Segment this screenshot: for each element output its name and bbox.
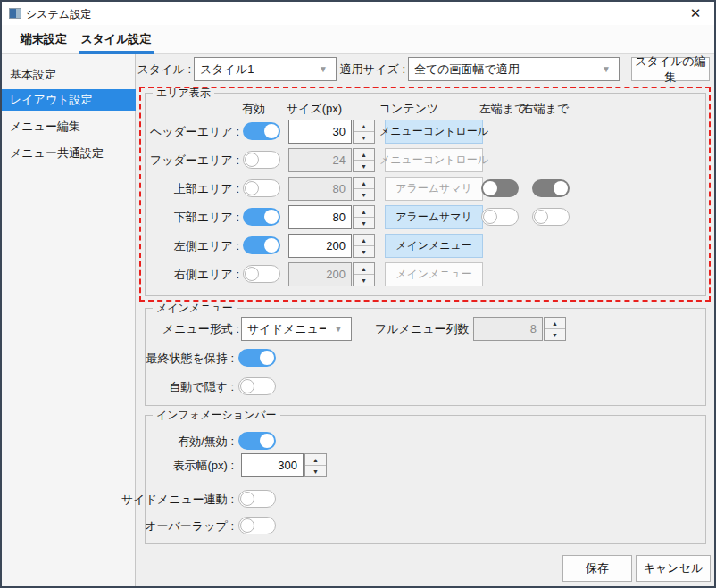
- sidebar-item-basic-settings[interactable]: 基本設定: [2, 64, 136, 86]
- apply-size-combobox-value: 全ての画面幅で適用: [409, 62, 594, 78]
- cancel-button[interactable]: キャンセル: [636, 555, 711, 582]
- toggle-knob: [245, 181, 259, 195]
- toggle-knob: [240, 518, 254, 533]
- style-combobox-value: スタイル1: [195, 62, 311, 78]
- left-area-content-button[interactable]: メインメニュー: [385, 234, 483, 258]
- display-width-input[interactable]: 300: [241, 453, 304, 477]
- sidebar-item-menu-common-settings[interactable]: メニュー共通設定: [2, 143, 136, 164]
- upper-area-size-field: 80 ▲ ▼: [288, 177, 375, 201]
- right-area-content-button[interactable]: メインメニュー: [385, 262, 483, 286]
- toggle-knob: [483, 210, 497, 224]
- footer-area-size-input[interactable]: 24: [288, 148, 352, 172]
- spin-down-button[interactable]: ▼: [354, 245, 374, 257]
- spin-down-button[interactable]: ▼: [545, 328, 565, 340]
- window-title: システム設定: [26, 7, 91, 22]
- upper-area-label: 上部エリア :: [145, 177, 239, 201]
- keep-state-toggle[interactable]: [238, 349, 276, 367]
- overlap-label: オーバーラップ :: [136, 514, 234, 538]
- upper-area-content-button[interactable]: アラームサマリ: [385, 177, 483, 201]
- tab-style-settings[interactable]: スタイル設定: [79, 25, 154, 53]
- auto-hide-toggle[interactable]: [238, 377, 276, 395]
- close-button[interactable]: ✕: [680, 2, 711, 25]
- display-width-label: 表示幅(px) :: [136, 453, 234, 477]
- area-display-group-title: エリア表示: [153, 86, 214, 101]
- left-area-toggle[interactable]: [243, 236, 280, 254]
- full-menu-columns-field: 8 ▲ ▼: [473, 317, 566, 341]
- edit-style-button[interactable]: スタイルの編集: [631, 57, 710, 81]
- header-area-toggle[interactable]: [243, 122, 280, 140]
- tab-terminal-settings[interactable]: 端末設定: [9, 25, 79, 53]
- right-area-size-input[interactable]: 200: [288, 262, 352, 286]
- footer-area-label: フッダーエリア :: [145, 148, 239, 172]
- spin-down-button[interactable]: ▼: [305, 465, 326, 476]
- lower-area-to-right-toggle[interactable]: [532, 208, 570, 226]
- overlap-toggle[interactable]: [238, 517, 276, 534]
- main-menu-group-title: メインメニュー: [153, 301, 237, 316]
- toggle-knob: [534, 210, 548, 224]
- chevron-down-icon: ▼: [326, 324, 351, 334]
- upper-area-size-input[interactable]: 80: [288, 177, 352, 201]
- toggle-knob: [245, 267, 259, 281]
- close-icon: ✕: [690, 5, 702, 21]
- area-row-upper: 上部エリア : 80 ▲ ▼ アラームサマリ: [145, 177, 712, 201]
- upper-area-to-left-toggle[interactable]: [481, 179, 519, 197]
- area-row-header: ヘッダーエリア : 30 ▲ ▼ メニューコントロール: [145, 120, 712, 144]
- spin-up-button[interactable]: ▲: [354, 178, 374, 188]
- spin-down-button[interactable]: ▼: [354, 217, 374, 228]
- right-area-toggle[interactable]: [243, 265, 280, 283]
- chevron-down-icon: ▼: [311, 64, 336, 74]
- right-area-size-field: 200 ▲ ▼: [288, 262, 375, 286]
- lower-area-content-button[interactable]: アラームサマリ: [385, 205, 483, 229]
- spin-down-button[interactable]: ▼: [354, 160, 374, 171]
- sidebar-item-menu-edit[interactable]: メニュー編集: [2, 116, 136, 137]
- sidebar-item-layout-settings[interactable]: レイアウト設定: [2, 89, 136, 111]
- tab-strip: 端末設定 スタイル設定: [2, 25, 714, 54]
- info-bar-enabled-label: 有効/無効 :: [136, 429, 234, 453]
- apply-size-combobox[interactable]: 全ての画面幅で適用 ▼: [408, 57, 620, 81]
- active-tab-underline: [79, 51, 154, 54]
- spin-up-button[interactable]: ▲: [354, 235, 374, 245]
- header-area-label: ヘッダーエリア :: [145, 120, 239, 144]
- spin-down-button[interactable]: ▼: [354, 188, 374, 200]
- toggle-knob: [554, 181, 568, 195]
- lower-area-size-input[interactable]: 80: [288, 205, 352, 229]
- upper-area-size-spinner: ▲ ▼: [353, 177, 375, 201]
- spin-up-button[interactable]: ▲: [354, 120, 374, 131]
- menu-format-combobox-value: サイドメニュー: [242, 321, 326, 337]
- toggle-knob: [240, 492, 254, 506]
- auto-hide-label: 自動で隠す :: [136, 375, 234, 399]
- chevron-down-icon: ▼: [594, 64, 619, 74]
- full-menu-columns-input[interactable]: 8: [473, 317, 543, 341]
- column-header-to-right: 右端まで: [510, 101, 581, 117]
- display-width-field: 300 ▲ ▼: [241, 453, 327, 477]
- save-button[interactable]: 保存: [562, 555, 632, 582]
- spin-down-button[interactable]: ▼: [354, 274, 374, 286]
- lower-area-label: 下部エリア :: [145, 205, 239, 229]
- app-window-icon: [9, 8, 21, 19]
- header-area-size-spinner: ▲ ▼: [353, 120, 375, 144]
- upper-area-toggle[interactable]: [243, 179, 280, 197]
- footer-area-content-button[interactable]: メニューコントロール: [385, 148, 483, 172]
- lower-area-to-left-toggle[interactable]: [481, 208, 519, 226]
- spin-up-button[interactable]: ▲: [354, 206, 374, 217]
- spin-up-button[interactable]: ▲: [354, 149, 374, 160]
- spin-up-button[interactable]: ▲: [305, 454, 326, 465]
- left-area-size-input[interactable]: 200: [288, 234, 352, 258]
- column-header-size: サイズ(px): [279, 101, 350, 117]
- header-area-size-input[interactable]: 30: [288, 120, 352, 144]
- upper-area-to-right-toggle[interactable]: [532, 179, 570, 197]
- spin-down-button[interactable]: ▼: [354, 131, 374, 143]
- menu-format-combobox[interactable]: サイドメニュー ▼: [241, 317, 352, 341]
- right-area-label: 右側エリア :: [145, 262, 239, 286]
- footer-area-toggle[interactable]: [243, 151, 280, 169]
- spin-up-button[interactable]: ▲: [354, 263, 374, 274]
- sidebar: 基本設定 レイアウト設定 メニュー編集 メニュー共通設定: [2, 54, 136, 586]
- lower-area-toggle[interactable]: [243, 208, 280, 226]
- side-menu-link-toggle[interactable]: [238, 490, 276, 508]
- left-area-label: 左側エリア :: [145, 234, 239, 258]
- header-area-content-button[interactable]: メニューコントロール: [385, 120, 483, 144]
- title-bar: システム設定 ✕: [2, 2, 714, 25]
- spin-up-button[interactable]: ▲: [545, 318, 565, 328]
- style-combobox[interactable]: スタイル1 ▼: [194, 57, 337, 81]
- info-bar-enabled-toggle[interactable]: [238, 432, 276, 450]
